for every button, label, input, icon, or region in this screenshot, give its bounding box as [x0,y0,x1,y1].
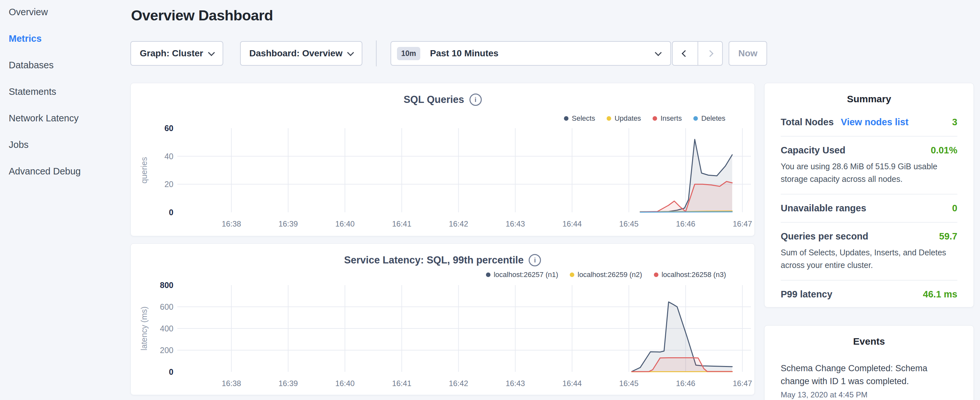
svg-text:16:41: 16:41 [392,379,412,388]
legend-item[interactable]: localhost:26257 (n1) [486,271,558,279]
time-step-forward-button[interactable] [698,42,722,65]
summary-panel: Summary Total Nodes View nodes list 3 Ca… [764,83,974,308]
now-button[interactable]: Now [729,41,767,66]
svg-text:16:46: 16:46 [676,379,695,388]
time-step-back-button[interactable] [673,42,698,65]
svg-text:16:41: 16:41 [392,220,412,228]
svg-text:0: 0 [169,208,173,217]
legend-item[interactable]: Deletes [694,114,725,123]
summary-row-queries-per-second: Queries per second 59.7 Sum of Selects, … [781,223,957,280]
dashboard-dropdown[interactable]: Dashboard: Overview [240,41,362,66]
svg-text:16:39: 16:39 [278,379,298,388]
graph-scope-dropdown[interactable]: Graph: Cluster [130,41,223,66]
svg-text:16:47: 16:47 [733,379,752,388]
events-panel-title: Events [781,325,957,351]
sidebar-item-statements[interactable]: Statements [9,87,125,96]
summary-row-label: Queries per second [781,231,869,242]
chart-title: Service Latency: SQL, 99th percentile [344,254,524,266]
summary-row-unavailable-ranges: Unavailable ranges 0 [781,194,957,223]
graph-scope-dropdown-label: Graph: Cluster [140,48,203,59]
time-range-dropdown[interactable]: 10m Past 10 Minutes [390,41,671,66]
svg-text:16:44: 16:44 [562,379,582,388]
legend-dot-icon [486,273,490,277]
legend-dot-icon [564,116,568,121]
summary-row-p99-latency: P99 latency 46.1 ms [781,280,957,308]
sidebar-item-network-latency[interactable]: Network Latency [9,113,125,123]
summary-row-label: Capacity Used [781,145,845,156]
svg-text:16:38: 16:38 [222,379,241,388]
svg-text:600: 600 [160,302,173,311]
summary-row-value: 59.7 [939,231,957,242]
time-step-buttons [672,41,723,66]
summary-row-description: Sum of Selects, Updates, Inserts, and De… [781,246,957,271]
info-icon[interactable]: i [469,94,482,106]
svg-text:16:39: 16:39 [278,220,298,228]
chart-legend: localhost:26257 (n1)localhost:26259 (n2)… [486,271,726,279]
svg-text:16:45: 16:45 [619,379,639,388]
svg-text:16:40: 16:40 [335,220,355,228]
legend-label: Selects [572,114,595,123]
legend-label: Inserts [660,114,682,123]
legend-item[interactable]: localhost:26258 (n3) [654,271,726,279]
svg-text:60: 60 [164,124,173,133]
sidebar-item-jobs[interactable]: Jobs [9,140,125,150]
controls-divider [376,40,377,66]
legend-dot-icon [652,116,657,121]
legend-dot-icon [694,116,698,121]
legend-label: localhost:26258 (n3) [662,271,726,279]
sidebar-item-overview[interactable]: Overview [9,7,125,17]
svg-text:latency (ms): latency (ms) [140,306,148,351]
svg-text:400: 400 [160,324,173,333]
legend-dot-icon [654,273,659,277]
now-button-label: Now [738,48,757,59]
legend-label: localhost:26259 (n2) [578,271,642,279]
legend-item[interactable]: Inserts [652,114,682,123]
chart-legend: SelectsUpdatesInsertsDeletes [564,114,725,123]
chevron-down-icon [655,49,662,56]
chart-title: SQL Queries [404,94,464,105]
page-title: Overview Dashboard [131,7,273,24]
summary-row-label: Unavailable ranges [781,203,866,214]
sidebar-item-advanced-debug[interactable]: Advanced Debug [9,166,125,176]
summary-row-value: 0.01% [931,145,957,156]
db-console-page: Overview Metrics Databases Statements Ne… [0,0,980,400]
legend-item[interactable]: Updates [607,114,641,123]
summary-row-description: You are using 28.6 MiB of 515.9 GiB usab… [781,160,957,185]
summary-row-label: Total Nodes [781,117,834,127]
svg-text:16:43: 16:43 [506,220,525,228]
svg-text:16:46: 16:46 [676,220,695,228]
legend-item[interactable]: localhost:26259 (n2) [570,271,642,279]
service-latency-line-chart: 16:3816:3916:4016:4116:4216:4316:4416:45… [131,244,755,395]
sql-queries-chart-card: SQL Queries i SelectsUpdatesInsertsDelet… [130,83,755,236]
sql-queries-line-chart: 16:3816:3916:4016:4116:4216:4316:4416:45… [131,83,755,237]
svg-text:16:42: 16:42 [449,220,468,228]
chevron-left-icon [682,50,689,57]
summary-row-total-nodes: Total Nodes View nodes list 3 [781,108,957,137]
legend-label: Updates [614,114,641,123]
view-nodes-list-link[interactable]: View nodes list [841,117,908,127]
summary-row-label: P99 latency [781,289,832,300]
time-range-badge: 10m [397,47,420,60]
sidebar-item-metrics[interactable]: Metrics [9,33,125,43]
dashboard-dropdown-label: Dashboard: Overview [250,48,343,59]
event-message[interactable]: Schema Change Completed: Schema change w… [781,362,957,388]
svg-text:20: 20 [164,180,173,189]
svg-text:16:45: 16:45 [619,220,639,228]
summary-row-capacity-used: Capacity Used 0.01% You are using 28.6 M… [781,137,957,194]
svg-text:16:44: 16:44 [562,220,582,228]
summary-row-value: 0 [952,203,957,214]
svg-text:queries: queries [140,157,148,183]
summary-row-value: 46.1 ms [923,289,957,300]
info-icon[interactable]: i [529,254,541,266]
legend-item[interactable]: Selects [564,114,595,123]
summary-panel-title: Summary [781,83,957,108]
events-panel: Events Schema Change Completed: Schema c… [764,325,974,400]
svg-text:16:42: 16:42 [449,379,468,388]
sidebar: Overview Metrics Databases Statements Ne… [9,7,125,193]
sidebar-item-databases[interactable]: Databases [9,60,125,70]
svg-text:200: 200 [160,346,173,355]
summary-row-value: 3 [952,117,957,127]
svg-text:800: 800 [160,280,173,290]
time-range-label: Past 10 Minutes [430,48,499,59]
chevron-right-icon [706,50,713,57]
